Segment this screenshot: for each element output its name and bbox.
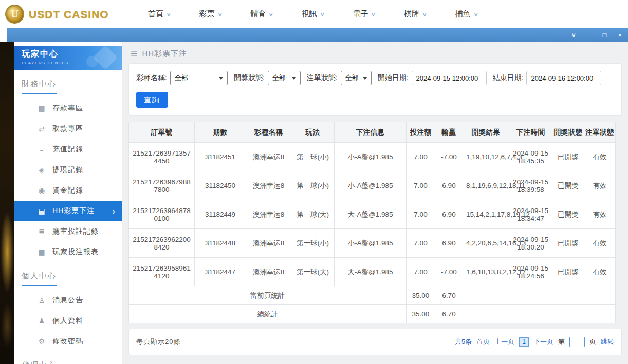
chevron-down-icon: ∨ bbox=[422, 12, 427, 17]
summary-row: 總統計35.006.70 bbox=[129, 305, 616, 323]
nav-item-2[interactable]: 體育∨ bbox=[250, 9, 273, 19]
page-title: HH彩票下注 bbox=[142, 49, 187, 59]
logo-coin-icon: U bbox=[5, 5, 24, 24]
chevron-down-icon: ∨ bbox=[166, 12, 171, 17]
hall-bet-record-icon: ≣ bbox=[37, 227, 46, 236]
sidebar-item-0-7[interactable]: ▦玩家投注報表 bbox=[14, 242, 122, 262]
table-cell: 已開獎 bbox=[552, 258, 584, 286]
filter-date-input-3[interactable] bbox=[412, 71, 487, 85]
table-cell: -7.00 bbox=[435, 258, 463, 286]
page-jump-input[interactable] bbox=[569, 337, 585, 347]
bet-records-table: 訂單號期數彩種名稱玩法下注信息投注額輸贏開獎結果下注時間開獎狀態注單狀態 215… bbox=[128, 122, 616, 323]
table-cell: 澳洲幸运8 bbox=[246, 143, 291, 171]
filter-select-2[interactable]: 全部 bbox=[341, 71, 372, 85]
table-cell: 小-A盤@1.985 bbox=[335, 229, 407, 258]
withdraw-icon: ⇄ bbox=[37, 125, 46, 133]
table-cell: 8,1,19,6,9,12,18,11 bbox=[463, 171, 509, 200]
current-page[interactable]: 1 bbox=[519, 337, 529, 347]
next-page-link[interactable]: 下一页 bbox=[533, 337, 553, 347]
filter-date-input-4[interactable] bbox=[526, 71, 601, 85]
chevron-down-icon bbox=[219, 77, 223, 80]
query-button[interactable]: 查詢 bbox=[136, 92, 168, 108]
filter-row: 彩種名稱:全部開獎狀態:全部注單狀態:全部開始日期:結束日期: bbox=[136, 71, 614, 85]
sidebar-item-0-6[interactable]: ≣廳室投註記錄 bbox=[14, 221, 122, 242]
maximize-icon[interactable]: □ bbox=[603, 32, 607, 39]
table-cell: 第一球(小) bbox=[291, 229, 335, 258]
filter-group-1: 開獎狀態:全部 bbox=[234, 71, 301, 85]
filter-label: 彩種名稱: bbox=[136, 73, 167, 83]
table-row: 215217263964878010031182449澳洲幸运8第一球(大)大-… bbox=[129, 200, 616, 229]
close-icon[interactable]: × bbox=[618, 32, 622, 39]
table-cell: 第一球(大) bbox=[291, 200, 335, 229]
sidebar-item-0-5[interactable]: ▤HH彩票下注› bbox=[14, 201, 122, 221]
filter-label: 注單狀態: bbox=[307, 73, 338, 83]
sidebar-item-1-2[interactable]: ⚙修改密碼 bbox=[14, 331, 122, 352]
table-cell: 31182449 bbox=[195, 200, 246, 229]
sidebar-item-1-1[interactable]: ♟個人資料 bbox=[14, 311, 122, 331]
nav-item-5[interactable]: 棋牌∨ bbox=[404, 9, 427, 19]
table-cell: 31182450 bbox=[195, 171, 246, 200]
table-row: 215217263967988780031182450澳洲幸运8第一球(小)小-… bbox=[129, 171, 616, 200]
sidebar-section-label: 財務中心 bbox=[22, 79, 57, 94]
sidebar-item-0-0[interactable]: ▤存款專區 bbox=[14, 98, 122, 119]
main-content: ☰ HH彩票下注 彩種名稱:全部開獎狀態:全部注單狀態:全部開始日期:結束日期:… bbox=[122, 42, 628, 364]
filter-select-1[interactable]: 全部 bbox=[268, 71, 301, 85]
summary-winloss-total: 6.70 bbox=[435, 305, 463, 323]
sidebar-section-label: 代理中心 bbox=[22, 360, 57, 364]
deposit-icon: ▤ bbox=[37, 104, 46, 112]
nav-item-1[interactable]: 彩票∨ bbox=[199, 9, 222, 19]
jump-prefix-label: 第 bbox=[558, 337, 565, 347]
sidebar-item-0-4[interactable]: ◉資金記錄 bbox=[14, 180, 122, 201]
summary-empty bbox=[463, 305, 616, 323]
table-cell: 31182448 bbox=[195, 229, 246, 258]
window-titlebar: ∨−□× bbox=[7, 28, 628, 42]
filter-panel: 彩種名稱:全部開獎狀態:全部注單狀態:全部開始日期:結束日期: 查詢 bbox=[128, 63, 622, 116]
table-row: 215217263958961412031182447澳洲幸运8第一球(大)大-… bbox=[129, 258, 616, 286]
chevron-down-icon: ∨ bbox=[269, 12, 274, 17]
table-cell: 6.90 bbox=[435, 171, 463, 200]
total-count: 共5条 bbox=[455, 337, 472, 347]
column-header-5: 投注額 bbox=[407, 122, 435, 143]
jump-suffix-label: 页 bbox=[589, 337, 596, 347]
chevron-down-icon bbox=[363, 77, 367, 80]
sidebar-item-label: 提現記錄 bbox=[52, 165, 83, 175]
filter-group-4: 結束日期: bbox=[493, 71, 602, 85]
sidebar-item-label: 廳室投註記錄 bbox=[52, 227, 99, 236]
sidebar-item-0-3[interactable]: ◈提現記錄 bbox=[14, 160, 122, 180]
lottery-bet-icon: ▤ bbox=[37, 207, 46, 215]
top-nav-bar: U USDT CASINO 首頁∨彩票∨體育∨視訊∨電子∨棋牌∨捕魚∨ bbox=[0, 0, 628, 28]
table-cell: 澳洲幸运8 bbox=[246, 200, 291, 229]
table-cell: 已開獎 bbox=[552, 200, 584, 229]
filter-select-0[interactable]: 全部 bbox=[170, 71, 228, 85]
sidebar-item-label: 存款專區 bbox=[52, 104, 83, 113]
nav-item-0[interactable]: 首頁∨ bbox=[148, 9, 171, 19]
nav-item-6[interactable]: 捕魚∨ bbox=[455, 9, 478, 19]
nav-item-label: 體育 bbox=[250, 9, 266, 19]
table-footer: 每頁顯示20條 共5条 首页 上一页 1 下一页 第 页 跳转 bbox=[128, 329, 622, 355]
first-page-link[interactable]: 首页 bbox=[476, 337, 490, 347]
sidebar-item-1-0[interactable]: ♙消息公告 bbox=[14, 290, 122, 311]
collapse-icon[interactable]: ∨ bbox=[571, 32, 576, 39]
nav-item-3[interactable]: 視訊∨ bbox=[302, 9, 324, 19]
sidebar-item-0-2[interactable]: ◒充值記錄 bbox=[14, 139, 122, 160]
nav-item-4[interactable]: 電子∨ bbox=[353, 9, 375, 19]
filter-group-0: 彩種名稱:全部 bbox=[136, 71, 228, 85]
table-cell: 大-A盤@1.985 bbox=[335, 258, 407, 286]
sidebar-item-label: 個人資料 bbox=[52, 316, 83, 325]
select-value: 全部 bbox=[272, 73, 286, 83]
logo: U USDT CASINO bbox=[0, 5, 119, 24]
summary-row: 當前頁統計35.006.70 bbox=[129, 286, 616, 305]
column-header-2: 彩種名稱 bbox=[246, 122, 291, 143]
jump-button[interactable]: 跳转 bbox=[601, 337, 614, 347]
table-cell: 15,14,2,1,17,8,19,12 bbox=[463, 200, 509, 229]
bet-report-icon: ▦ bbox=[37, 248, 46, 256]
sidebar-item-label: 玩家投注報表 bbox=[52, 247, 99, 257]
select-value: 全部 bbox=[345, 73, 359, 83]
table-cell: 2152172639622008420 bbox=[129, 229, 195, 258]
nav-item-label: 視訊 bbox=[302, 9, 317, 19]
minimize-icon[interactable]: − bbox=[587, 32, 592, 39]
sidebar-item-0-1[interactable]: ⇄取款專區 bbox=[14, 119, 122, 139]
summary-empty bbox=[463, 286, 616, 305]
prev-page-link[interactable]: 上一页 bbox=[494, 337, 514, 347]
hamburger-icon[interactable]: ☰ bbox=[131, 49, 137, 59]
